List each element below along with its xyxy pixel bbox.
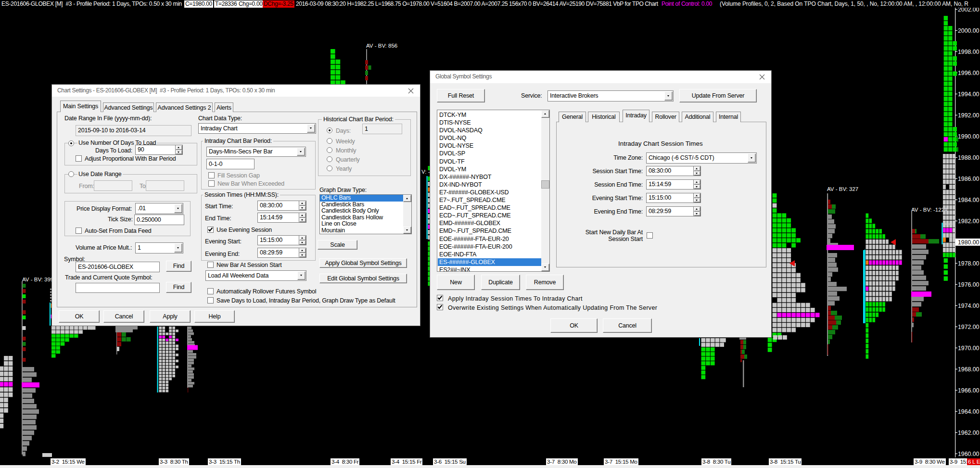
svg-text:AV - BV: 856: AV - BV: 856: [366, 43, 397, 49]
svg-text:1988.00: 1988.00: [958, 154, 980, 161]
svg-text:1990.00: 1990.00: [958, 133, 980, 140]
svg-text:1960.00: 1960.00: [958, 451, 980, 457]
svg-text:1996.00: 1996.00: [958, 70, 980, 76]
svg-text:1972.00: 1972.00: [958, 324, 980, 330]
svg-text:1964.00: 1964.00: [958, 408, 980, 415]
svg-text:1994.00: 1994.00: [958, 91, 980, 98]
svg-text:1968.00: 1968.00: [958, 366, 980, 373]
svg-text:1978.00: 1978.00: [958, 260, 980, 267]
svg-text:1986.00: 1986.00: [958, 176, 980, 182]
svg-text:AV - BV: 399: AV - BV: 399: [22, 277, 53, 282]
svg-text:1982.00: 1982.00: [958, 218, 980, 225]
svg-text:1984.00: 1984.00: [958, 197, 980, 203]
svg-text:AV - BV: -1224: AV - BV: -1224: [911, 207, 948, 213]
svg-text:1966.00: 1966.00: [958, 387, 980, 394]
svg-text:1980.00: 1980.00: [958, 239, 980, 246]
svg-text:1970.00: 1970.00: [958, 345, 980, 352]
svg-text:1998.00: 1998.00: [958, 49, 980, 55]
svg-text:1992.00: 1992.00: [958, 112, 980, 119]
svg-text:1976.00: 1976.00: [958, 281, 980, 288]
svg-text:1962.00: 1962.00: [958, 430, 980, 436]
svg-text:AV - BV: 327: AV - BV: 327: [827, 186, 858, 192]
svg-text:V: -: V: -: [421, 169, 430, 175]
svg-text:2000.00: 2000.00: [958, 27, 980, 34]
svg-text:1974.00: 1974.00: [958, 303, 980, 309]
